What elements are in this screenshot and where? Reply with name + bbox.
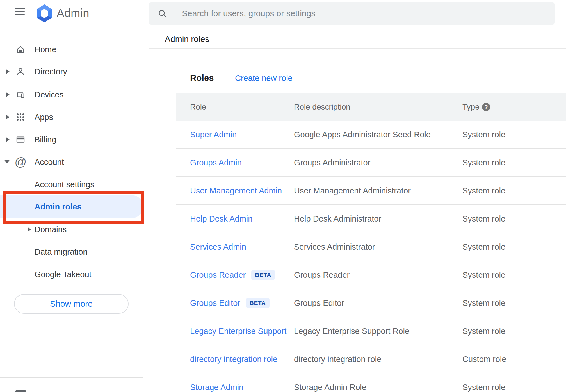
person-icon — [16, 67, 25, 76]
role-link[interactable]: Groups EditorBETA — [190, 298, 270, 308]
column-header-description: Role description — [294, 102, 350, 111]
sidebar-item-devices[interactable]: Devices — [0, 83, 146, 106]
roles-table: Super Admin Google Apps Administrator Se… — [176, 121, 566, 392]
devices-icon — [16, 90, 25, 99]
role-type: System role — [462, 214, 505, 224]
role-description: Storage Admin Role — [294, 383, 366, 392]
card-title: Roles — [190, 73, 214, 83]
role-type: System role — [462, 130, 505, 139]
cut-off-bottom-icon — [15, 390, 26, 392]
role-type: System role — [462, 158, 505, 167]
role-link[interactable]: Help Desk Admin — [190, 214, 252, 224]
show-more-button[interactable]: Show more — [14, 294, 129, 314]
sidebar-item-label: Billing — [35, 135, 56, 144]
table-row: Groups ReaderBETA Groups Reader System r… — [176, 261, 566, 289]
sidebar-item-billing[interactable]: Billing — [0, 128, 146, 151]
search-icon — [158, 9, 167, 19]
home-icon — [16, 45, 25, 54]
breadcrumb: Admin roles — [165, 34, 209, 44]
sidebar-item-data-migration[interactable]: Data migration — [0, 240, 146, 263]
beta-badge: BETA — [251, 270, 275, 280]
sidebar-item-label: Account — [35, 158, 64, 167]
beta-badge: BETA — [246, 298, 270, 308]
role-description: User Management Administrator — [294, 186, 411, 195]
role-link[interactable]: Groups ReaderBETA — [190, 270, 275, 280]
sidebar-item-domains[interactable]: Domains — [0, 218, 146, 241]
table-row: Storage Admin Storage Admin Role System … — [176, 373, 566, 392]
role-type: System role — [462, 327, 505, 336]
admin-logo-icon — [36, 4, 53, 22]
apps-grid-icon — [16, 112, 25, 122]
role-type: System role — [462, 186, 505, 195]
role-description: Google Apps Administrator Seed Role — [294, 130, 431, 139]
chevron-right-icon[interactable] — [28, 227, 31, 232]
sidebar-item-label: Google Takeout — [35, 270, 92, 279]
table-row: Services Admin Services Administrator Sy… — [176, 233, 566, 261]
role-link[interactable]: Services Admin — [190, 242, 246, 252]
sidebar-item-home[interactable]: Home — [0, 38, 146, 61]
table-row: Groups Admin Groups Administrator System… — [176, 149, 566, 177]
role-description: Groups Editor — [294, 298, 344, 308]
role-description: Legacy Enterprise Support Role — [294, 327, 409, 336]
sidebar-item-label: Domains — [35, 225, 67, 234]
sidebar-item-directory[interactable]: Directory — [0, 60, 146, 83]
sidebar-item-label: Directory — [35, 67, 67, 76]
role-type: System role — [462, 270, 505, 280]
role-description: Help Desk Administrator — [294, 214, 381, 224]
table-row: Help Desk Admin Help Desk Administrator … — [176, 205, 566, 233]
chevron-right-icon[interactable] — [6, 137, 10, 142]
table-header-row: Role Role description Type ? — [176, 93, 566, 121]
app-title: Admin — [57, 7, 89, 19]
table-row: Super Admin Google Apps Administrator Se… — [176, 121, 566, 149]
role-type: System role — [462, 242, 505, 252]
sidebar-item-apps[interactable]: Apps — [0, 106, 146, 129]
menu-hamburger-icon[interactable] — [15, 8, 25, 15]
roles-card: Roles Create new role Role Role descript… — [176, 63, 566, 392]
role-description: directory integration role — [294, 355, 381, 364]
role-link[interactable]: Super Admin — [190, 130, 237, 139]
role-link[interactable]: Groups Admin — [190, 158, 242, 167]
at-sign-icon: @ — [15, 155, 27, 169]
sidebar-divider — [0, 377, 143, 378]
column-header-type: Type — [462, 102, 480, 111]
role-description: Groups Administrator — [294, 158, 370, 167]
role-link[interactable]: User Management Admin — [190, 186, 282, 195]
table-row: Legacy Enterprise Support Legacy Enterpr… — [176, 317, 566, 345]
chevron-right-icon[interactable] — [6, 69, 10, 74]
help-icon[interactable]: ? — [482, 103, 490, 111]
sidebar-item-label: Data migration — [35, 247, 88, 257]
sidebar-item-label: Home — [35, 45, 56, 54]
table-row: User Management Admin User Management Ad… — [176, 177, 566, 205]
sidebar-item-label: Apps — [35, 113, 53, 122]
search-input[interactable]: Search for users, groups or settings — [149, 2, 555, 25]
sidebar-item-google-takeout[interactable]: Google Takeout — [0, 263, 146, 286]
role-link[interactable]: Legacy Enterprise Support — [190, 327, 286, 336]
chevron-down-icon[interactable] — [4, 160, 10, 164]
sidebar-item-admin-roles[interactable]: Admin roles — [0, 195, 143, 218]
role-link-text[interactable]: Groups Editor — [190, 298, 240, 308]
sidebar-item-label: Devices — [35, 90, 63, 99]
role-type: System role — [462, 298, 505, 308]
role-link[interactable]: directory integration role — [190, 355, 277, 364]
role-type: Custom role — [462, 355, 506, 364]
role-description: Services Administrator — [294, 242, 375, 252]
credit-card-icon — [16, 135, 25, 144]
sidebar-item-account[interactable]: @ Account — [0, 151, 146, 174]
chevron-right-icon[interactable] — [6, 92, 10, 97]
sidebar-item-account-settings[interactable]: Account settings — [0, 173, 146, 196]
chevron-right-icon[interactable] — [6, 115, 10, 120]
role-type: System role — [462, 383, 505, 392]
table-row: directory integration role directory int… — [176, 345, 566, 373]
sidebar-item-label: Account settings — [35, 180, 94, 189]
role-description: Groups Reader — [294, 270, 350, 280]
sidebar-item-label: Admin roles — [35, 202, 82, 211]
column-header-role: Role — [190, 102, 206, 111]
create-new-role-link[interactable]: Create new role — [235, 74, 293, 83]
role-link[interactable]: Storage Admin — [190, 383, 243, 392]
header-divider — [149, 48, 566, 49]
search-placeholder: Search for users, groups or settings — [182, 9, 315, 18]
role-link-text[interactable]: Groups Reader — [190, 270, 246, 280]
table-row: Groups EditorBETA Groups Editor System r… — [176, 289, 566, 317]
